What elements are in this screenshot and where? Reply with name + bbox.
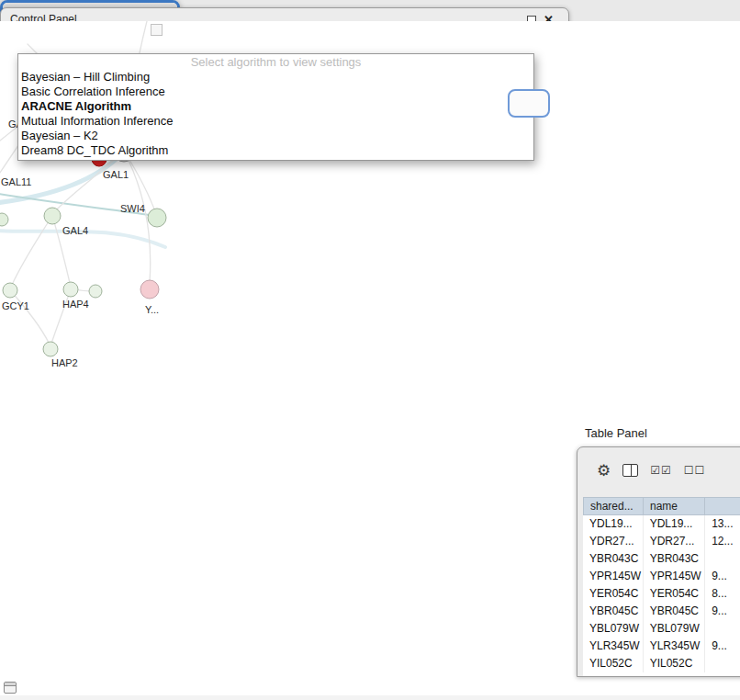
table-row[interactable]: YIL052C YIL052C bbox=[583, 655, 740, 672]
dropdown-item[interactable]: Bayesian – Hill Climbing bbox=[18, 70, 533, 85]
network-node[interactable] bbox=[3, 283, 17, 298]
cell: YPR145W bbox=[644, 568, 705, 585]
combo-focus-ring-fragment[interactable] bbox=[508, 89, 550, 118]
node-label: GAL1 bbox=[103, 169, 129, 180]
desktop: Control Panel ✕ Network Style Select bbox=[0, 0, 740, 700]
dropdown-item[interactable]: Dream8 DC_TDC Algorithm bbox=[18, 143, 533, 158]
cell: 9... bbox=[705, 603, 740, 620]
cell: YDL19... bbox=[583, 515, 644, 533]
network-node[interactable] bbox=[63, 282, 78, 297]
dropdown-item[interactable]: Bayesian – K2 bbox=[18, 129, 533, 143]
node-label: GCY1 bbox=[2, 300, 29, 311]
show-selected-icon[interactable]: ☑☑ bbox=[650, 464, 672, 477]
cell: YDR27... bbox=[644, 533, 705, 550]
cell: YER054C bbox=[583, 585, 644, 603]
cell: YBR045C bbox=[644, 603, 705, 620]
table-row[interactable]: YPR145W YPR145W 9... bbox=[583, 568, 740, 585]
cell: 8... bbox=[705, 585, 740, 603]
table-row[interactable]: YBR045C YBR045C 9... bbox=[583, 603, 740, 620]
cell: YLR345W bbox=[583, 638, 644, 655]
cell: YER054C bbox=[644, 585, 705, 603]
cell: YIL052C bbox=[583, 655, 644, 672]
cell: YBR045C bbox=[583, 603, 644, 620]
table-row[interactable]: YDL19... YDL19... 13... bbox=[583, 515, 740, 533]
table-toolbar: ⚙ ☑☑ ☐☐ bbox=[577, 447, 740, 493]
dropdown-item[interactable]: Basic Correlation Inference bbox=[18, 85, 533, 99]
column-header[interactable]: shared... bbox=[584, 498, 644, 514]
network-node[interactable] bbox=[89, 285, 102, 298]
cell: 13... bbox=[705, 515, 740, 533]
table-columns-icon[interactable] bbox=[622, 464, 638, 477]
table-row[interactable]: YBL079W YBL079W bbox=[583, 620, 740, 638]
table-row[interactable]: YER054C YER054C 8... bbox=[583, 585, 740, 603]
node-label: GAL11 bbox=[1, 176, 31, 187]
dropdown-item[interactable]: Mutual Information Inference bbox=[18, 114, 533, 129]
bottom-strip bbox=[0, 695, 740, 700]
cell: YLR345W bbox=[644, 638, 705, 655]
dropdown-item-selected[interactable]: ARACNE Algorithm bbox=[18, 99, 533, 114]
cell: YDR27... bbox=[583, 533, 644, 550]
minimized-panel-icon[interactable] bbox=[4, 682, 17, 694]
table-panel-window: ⚙ ☑☑ ☐☐ shared... name YDL19... YDL19...… bbox=[577, 446, 740, 677]
cell: YBL079W bbox=[583, 620, 644, 638]
gear-icon[interactable]: ⚙ bbox=[597, 463, 611, 479]
table-header-row: shared... name bbox=[583, 497, 740, 515]
node-label: Y... bbox=[145, 304, 159, 315]
cell: YBR043C bbox=[644, 550, 705, 568]
node-label: GAL4 bbox=[62, 225, 88, 236]
cell bbox=[705, 550, 740, 568]
network-node[interactable] bbox=[43, 342, 58, 356]
scroll-up-button[interactable] bbox=[151, 24, 163, 36]
cell: 12... bbox=[705, 533, 740, 550]
column-header[interactable]: name bbox=[644, 498, 705, 514]
table-panel-title: Table Panel bbox=[585, 426, 647, 440]
algorithm-dropdown-popup: Select algorithm to view settings Bayesi… bbox=[17, 53, 534, 161]
cell bbox=[705, 620, 740, 638]
network-node[interactable] bbox=[44, 208, 61, 224]
dropdown-placeholder: Select algorithm to view settings bbox=[18, 54, 533, 70]
node-label: HAP2 bbox=[51, 357, 78, 368]
table-row[interactable]: YBR043C YBR043C bbox=[583, 550, 740, 568]
cell: YBL079W bbox=[644, 620, 705, 638]
cell: YBR043C bbox=[583, 550, 644, 568]
cell bbox=[705, 655, 740, 672]
cell: 9... bbox=[705, 568, 740, 585]
column-header[interactable] bbox=[705, 498, 740, 514]
node-table: shared... name YDL19... YDL19... 13... Y… bbox=[583, 497, 740, 672]
table-row[interactable]: YLR345W YLR345W 9... bbox=[583, 638, 740, 655]
show-unselected-icon[interactable]: ☐☐ bbox=[684, 464, 706, 477]
node-label: SWI4 bbox=[120, 203, 145, 214]
cell: YDL19... bbox=[644, 515, 705, 533]
cell: YIL052C bbox=[644, 655, 705, 672]
cell: 9... bbox=[705, 638, 740, 655]
network-node[interactable] bbox=[140, 280, 159, 299]
network-node[interactable] bbox=[0, 213, 8, 226]
table-row[interactable]: YDR27... YDR27... 12... bbox=[583, 533, 740, 550]
node-label: HAP4 bbox=[62, 299, 89, 310]
network-node[interactable] bbox=[148, 209, 166, 227]
cell: YPR145W bbox=[583, 568, 644, 585]
